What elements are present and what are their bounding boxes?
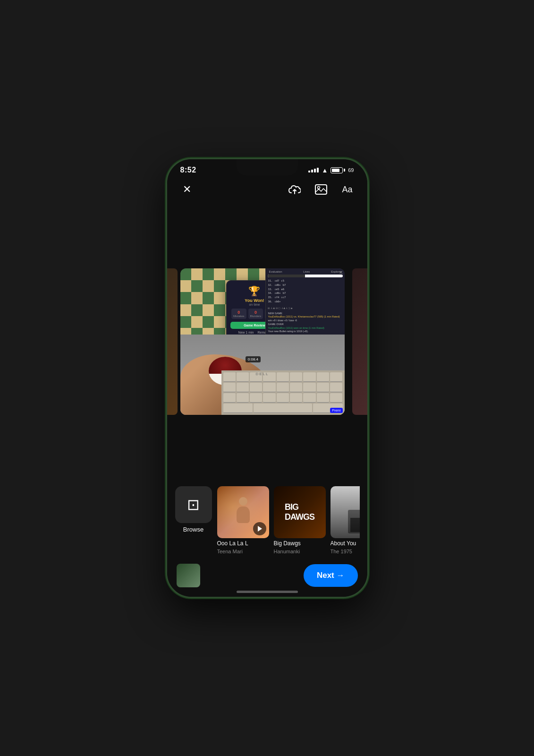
volume-down-button[interactable] [166,280,167,308]
notch [239,159,296,173]
carousel-left-partial [167,268,178,415]
timer-display: 0:08.4 [246,356,261,362]
toolbar-right: Aa [286,181,356,198]
music-card-aboutyou[interactable]: About You The 1975 [331,486,360,554]
battery-indicator [331,167,345,173]
artist-aboutyou: The 1975 [331,549,360,554]
browse-icon: ⊡ [187,496,200,514]
album-art-aboutyou [331,486,360,538]
svg-point-1 [317,187,320,189]
thumbnail-image [177,564,200,587]
music-card-bigdawgs[interactable]: BIGDAWGS Big Dawgs Hanumanki [274,486,326,554]
status-time: 8:52 [180,166,196,174]
laptop-keyboard: DELL [180,335,345,415]
phone-screen: 8:52 ▲ 69 ✕ [167,159,367,597]
status-bar: 8:52 ▲ 69 [167,159,367,176]
play-button-ooo[interactable] [253,522,266,535]
main-photo: ✕ 🏆 You Won! on time 0 Mistakes 0 Blunde… [180,268,345,415]
analysis-close-icon[interactable]: ✕ [339,270,343,275]
artist-bigdawgs: Hanumanki [274,549,326,554]
browse-icon-box[interactable]: ⊡ [175,486,212,523]
selected-thumbnail[interactable] [177,564,200,587]
home-indicator[interactable] [237,591,298,593]
laptop-brand: DELL [255,372,269,376]
music-scroll: ⊡ Browse [175,486,360,554]
keyboard-visual [221,370,345,415]
main-content: ✕ 🏆 You Won! on time 0 Mistakes 0 Blunde… [167,203,367,597]
carousel-right-partial [352,268,367,415]
image-icon[interactable] [313,181,330,198]
cloud-icon[interactable] [286,181,303,198]
browse-item[interactable]: ⊡ Browse [175,486,212,554]
eval-bar [268,275,342,277]
album-art-ooo [217,486,269,538]
new-game-link[interactable]: New 1 min [238,331,254,334]
premium-badge: Premi [330,408,342,413]
album-art-bigdawgs: BIGDAWGS [274,486,326,538]
mute-button[interactable] [166,221,167,236]
music-card-ooo[interactable]: Ooo La La L Teena Mari [217,486,269,554]
moves-list: 31.♔d7c5 32.♔d6+b7 33.♔e5a6 34.♔d6+b7 35… [268,279,342,304]
toolbar: ✕ Aa [167,176,367,203]
next-button[interactable]: Next → [304,564,358,587]
song-title-aboutyou: About You [331,540,360,547]
battery-level: 69 [348,167,354,173]
volume-up-button[interactable] [166,244,167,273]
song-title-bigdawgs: Big Dawgs [274,540,326,547]
song-title-ooo: Ooo La La L [217,540,269,547]
phone-frame: 8:52 ▲ 69 ✕ [166,158,369,598]
front-camera [265,163,270,168]
music-section: ⊡ Browse [167,481,367,558]
status-icons: ▲ 69 [308,167,354,174]
power-button[interactable] [368,244,369,287]
svg-rect-0 [315,185,327,194]
wifi-icon: ▲ [322,167,328,174]
browse-label: Browse [183,526,203,533]
artist-ooo: Teena Mari [217,549,269,554]
close-button[interactable]: ✕ [178,181,195,198]
image-carousel[interactable]: ✕ 🏆 You Won! on time 0 Mistakes 0 Blunde… [167,203,367,481]
signal-icon [308,168,319,172]
font-icon[interactable]: Aa [339,181,356,198]
